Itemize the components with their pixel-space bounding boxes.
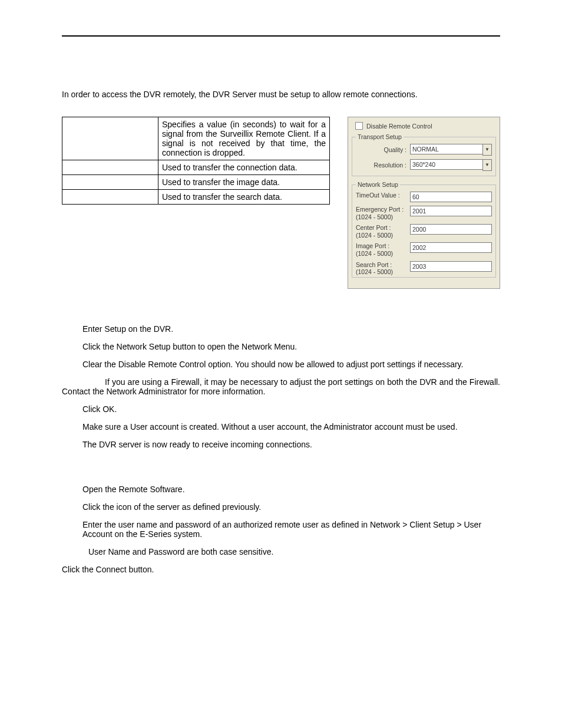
disable-remote-checkbox[interactable]	[355, 122, 363, 130]
emergency-port-input[interactable]: 2001	[410, 206, 492, 216]
center-port-input[interactable]: 2000	[410, 224, 492, 235]
step-text: Clear the Disable Remote Control option.…	[82, 360, 500, 369]
emergency-port-label: Emergency Port :(1024 - 5000)	[356, 206, 410, 220]
chevron-down-icon[interactable]: ▼	[482, 159, 492, 171]
step-text: Enter Setup on the DVR.	[82, 324, 500, 334]
step-text: The DVR server is now ready to receive i…	[82, 440, 500, 449]
settings-panel: Disable Remote Control Transport Setup Q…	[348, 117, 500, 289]
step-text: Make sure a User account is created. Wit…	[82, 422, 500, 431]
table-cell-label	[62, 117, 158, 160]
transport-legend: Transport Setup	[356, 133, 404, 140]
step-text: Open the Remote Software.	[82, 485, 500, 494]
network-fieldset: Network Setup TimeOut Value : 60 Emergen…	[352, 181, 496, 278]
table-row: Specifies a value (in seconds) to wait f…	[62, 117, 330, 160]
step-text: Click OK.	[82, 404, 500, 414]
table-cell-desc: Used to transfer the search data.	[158, 190, 330, 205]
table-cell-desc: Used to transfer the image data.	[158, 175, 330, 190]
definitions-table: Specifies a value (in seconds) to wait f…	[62, 117, 330, 205]
header-rule	[62, 35, 500, 37]
table-cell-label	[62, 190, 158, 205]
quality-select[interactable]: NORMAL	[410, 144, 482, 154]
table-row: Used to transfer the image data.	[62, 175, 330, 190]
network-legend: Network Setup	[356, 181, 400, 188]
intro-text: In order to access the DVR remotely, the…	[62, 90, 500, 99]
table-cell-desc: Specifies a value (in seconds) to wait f…	[158, 117, 330, 160]
table-cell-label	[62, 175, 158, 190]
quality-label: Quality :	[356, 146, 410, 153]
step-text: Enter the user name and password of an a…	[82, 520, 500, 539]
table-row: Used to transfer the connection data.	[62, 160, 330, 175]
image-port-input[interactable]: 2002	[410, 242, 492, 253]
search-port-input[interactable]: 2003	[410, 261, 492, 272]
resolution-label: Resolution :	[356, 162, 410, 169]
chevron-down-icon[interactable]: ▼	[482, 144, 492, 156]
transport-fieldset: Transport Setup Quality : NORMAL ▼ Resol…	[352, 133, 496, 176]
table-row: Used to transfer the search data.	[62, 190, 330, 205]
table-cell-desc: Used to transfer the connection data.	[158, 160, 330, 175]
resolution-select[interactable]: 360*240	[410, 159, 482, 170]
timeout-label: TimeOut Value :	[356, 192, 410, 199]
case-note: User Name and Password are both case sen…	[88, 547, 500, 556]
timeout-input[interactable]: 60	[410, 192, 492, 202]
center-port-label: Center Port :(1024 - 5000)	[356, 224, 410, 239]
step-text: Click the Connect button.	[62, 565, 500, 574]
disable-remote-label: Disable Remote Control	[366, 123, 432, 130]
firewall-note: If you are using a Firewall, it may be n…	[62, 377, 500, 396]
step-text: Click the Network Setup button to open t…	[82, 342, 500, 351]
step-text: Click the icon of the server as defined …	[82, 502, 500, 512]
image-port-label: Image Port :(1024 - 5000)	[356, 242, 410, 257]
table-cell-label	[62, 160, 158, 175]
search-port-label: Search Port :(1024 - 5000)	[356, 261, 410, 276]
